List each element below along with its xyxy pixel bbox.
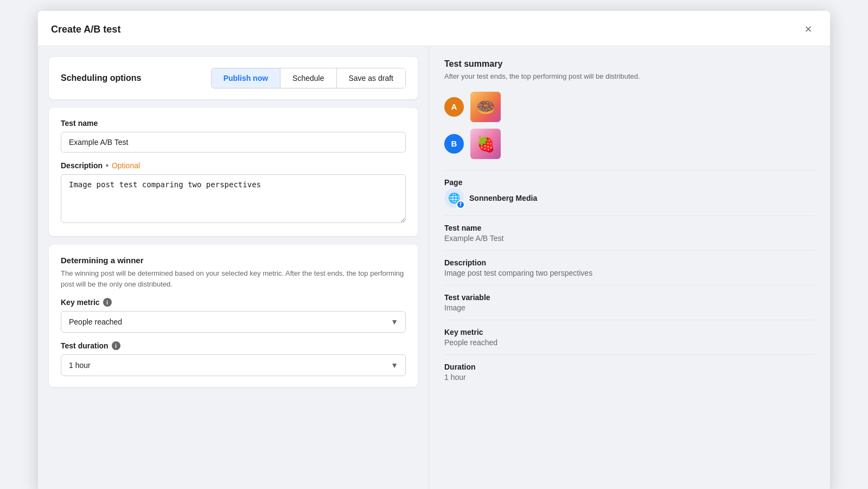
save-as-draft-button[interactable]: Save as draft — [337, 68, 406, 88]
key-metric-group: Key metric i People reached Link clicks … — [61, 298, 406, 333]
close-icon: × — [805, 22, 812, 36]
key-metric-info-icon: i — [103, 298, 112, 307]
test-duration-select-wrapper: 1 hour 2 hours 4 hours 8 hours 24 hours … — [61, 354, 406, 376]
page-label: Page — [444, 178, 815, 187]
variant-b-row: B — [444, 129, 815, 159]
left-panel: Scheduling options Publish now Schedule … — [38, 46, 429, 489]
divider-2 — [444, 215, 815, 216]
page-avatar: 🌐 f — [444, 188, 464, 208]
page-name: Sonnenberg Media — [469, 194, 537, 202]
test-duration-label: Test duration i — [61, 341, 406, 350]
key-metric-label: Key metric i — [61, 298, 406, 307]
scheduling-buttons-group: Publish now Schedule Save as draft — [211, 68, 406, 88]
page-section: Page 🌐 f Sonnenberg Media — [444, 178, 815, 208]
variant-a-image — [470, 92, 501, 122]
summary-test-variable: Test variable Image — [444, 293, 815, 312]
summary-test-variable-value: Image — [444, 303, 815, 312]
description-input[interactable]: Image post test comparing two perspectiv… — [61, 174, 406, 223]
page-row: 🌐 f Sonnenberg Media — [444, 188, 815, 208]
modal-header: Create A/B test × — [38, 11, 830, 46]
summary-test-name-label: Test name — [444, 224, 815, 232]
key-metric-select[interactable]: People reached Link clicks Reactions — [61, 311, 406, 333]
schedule-button[interactable]: Schedule — [280, 68, 336, 88]
ab-variants: A B — [444, 92, 815, 159]
modal-body: Scheduling options Publish now Schedule … — [38, 46, 830, 489]
summary-key-metric-label: Key metric — [444, 328, 815, 336]
summary-duration-value: 1 hour — [444, 373, 815, 382]
summary-key-metric-value: People reached — [444, 338, 815, 347]
test-name-label: Test name — [61, 119, 406, 128]
summary-test-name: Test name Example A/B Test — [444, 224, 815, 243]
summary-duration-label: Duration — [444, 363, 815, 371]
facebook-badge-icon: f — [456, 200, 465, 209]
scheduling-options-card: Scheduling options Publish now Schedule … — [49, 57, 418, 99]
scheduling-options-label: Scheduling options — [61, 73, 141, 83]
test-duration-select[interactable]: 1 hour 2 hours 4 hours 8 hours 24 hours — [61, 354, 406, 376]
winner-description: The winning post will be determined base… — [61, 268, 406, 289]
close-button[interactable]: × — [800, 21, 817, 38]
test-name-input[interactable] — [61, 132, 406, 153]
divider-3 — [444, 250, 815, 251]
summary-description-value: Image post test comparing two perspectiv… — [444, 269, 815, 277]
description-group: Description•Optional Image post test com… — [61, 161, 406, 225]
create-ab-test-modal: Create A/B test × Scheduling options Pub… — [38, 11, 830, 489]
summary-key-metric: Key metric People reached — [444, 328, 815, 347]
variant-b-badge: B — [444, 134, 464, 154]
divider-4 — [444, 285, 815, 285]
test-summary-description: After your test ends, the top performing… — [444, 71, 815, 82]
variant-b-image — [470, 129, 501, 159]
variant-a-row: A — [444, 92, 815, 122]
right-panel: Test summary After your test ends, the t… — [429, 46, 830, 489]
test-name-description-card: Test name Description•Optional Image pos… — [49, 108, 418, 236]
determining-winner-card: Determining a winner The winning post wi… — [49, 245, 418, 387]
modal-title: Create A/B test — [51, 24, 120, 35]
variant-a-badge: A — [444, 97, 464, 117]
divider-5 — [444, 320, 815, 320]
summary-description-label: Description — [444, 258, 815, 267]
winner-title: Determining a winner — [61, 256, 406, 265]
summary-duration: Duration 1 hour — [444, 363, 815, 382]
key-metric-select-wrapper: People reached Link clicks Reactions ▼ — [61, 311, 406, 333]
test-summary-title: Test summary — [444, 59, 815, 69]
test-duration-info-icon: i — [112, 341, 120, 350]
summary-test-name-value: Example A/B Test — [444, 234, 815, 243]
summary-description: Description Image post test comparing tw… — [444, 258, 815, 277]
summary-test-variable-label: Test variable — [444, 293, 815, 302]
divider-6 — [444, 354, 815, 355]
test-name-group: Test name — [61, 119, 406, 153]
divider-1 — [444, 170, 815, 170]
publish-now-button[interactable]: Publish now — [212, 68, 280, 88]
description-label: Description•Optional — [61, 161, 406, 170]
test-duration-group: Test duration i 1 hour 2 hours 4 hours 8… — [61, 341, 406, 376]
